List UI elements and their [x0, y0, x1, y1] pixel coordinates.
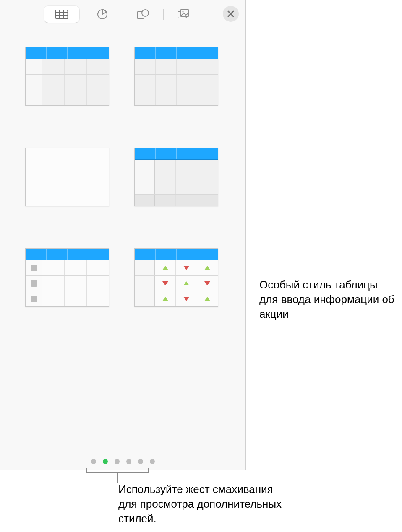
- arrow-up-icon: [162, 266, 168, 270]
- insert-toolbar: [0, 0, 245, 27]
- svg-point-7: [142, 10, 149, 16]
- svg-point-10: [182, 11, 183, 12]
- callout-bracket: [86, 468, 149, 473]
- close-icon: [227, 10, 234, 17]
- table-style-2[interactable]: [134, 47, 218, 106]
- table-style-1[interactable]: [25, 47, 109, 106]
- table-style-4[interactable]: [134, 148, 218, 206]
- callout-swipe-hint: Используйте жест смахивания для просмотр…: [118, 482, 295, 526]
- checkbox-icon: [31, 280, 37, 287]
- tab-shape[interactable]: [125, 6, 161, 23]
- callout-line: [117, 473, 118, 483]
- media-icon: [178, 9, 190, 19]
- callout-line: [222, 291, 256, 291]
- shapes-icon: [137, 9, 149, 20]
- arrow-up-icon: [204, 266, 210, 270]
- insert-popover: [0, 0, 246, 470]
- checkbox-icon: [31, 265, 37, 271]
- style-pager: [0, 459, 245, 464]
- tab-separator: [82, 9, 82, 20]
- callout-stock-style: Особый стиль таблицы для ввода информаци…: [259, 278, 398, 322]
- pager-dot-3[interactable]: [115, 459, 120, 464]
- pager-dot-2[interactable]: [103, 459, 108, 464]
- close-button[interactable]: [223, 6, 239, 22]
- insert-tab-group: [43, 5, 202, 23]
- table-style-3[interactable]: [25, 148, 109, 206]
- arrow-up-icon: [162, 297, 168, 301]
- table-styles-grid: [0, 27, 245, 315]
- arrow-up-icon: [204, 297, 210, 301]
- tab-separator: [123, 9, 123, 20]
- tab-media[interactable]: [166, 6, 201, 23]
- arrow-down-icon: [162, 281, 168, 285]
- tab-table[interactable]: [44, 6, 79, 23]
- arrow-down-icon: [183, 297, 189, 301]
- table-style-stock[interactable]: [134, 248, 218, 307]
- tab-chart[interactable]: [85, 6, 120, 23]
- arrow-down-icon: [204, 281, 210, 285]
- table-icon: [55, 10, 68, 19]
- table-style-checklist[interactable]: [25, 248, 109, 307]
- chart-pie-icon: [97, 9, 108, 20]
- pager-dot-5[interactable]: [138, 459, 143, 464]
- pager-dot-1[interactable]: [91, 459, 96, 464]
- arrow-up-icon: [183, 281, 189, 285]
- tab-separator: [163, 9, 164, 20]
- arrow-down-icon: [183, 266, 189, 270]
- svg-rect-0: [56, 10, 68, 19]
- pager-dot-4[interactable]: [126, 459, 131, 464]
- checkbox-icon: [31, 296, 37, 302]
- pager-dot-6[interactable]: [150, 459, 155, 464]
